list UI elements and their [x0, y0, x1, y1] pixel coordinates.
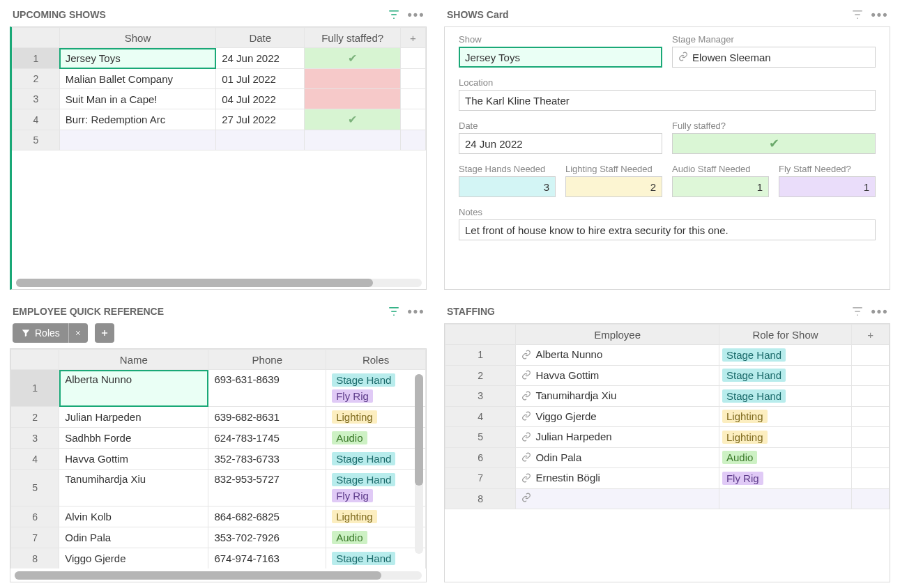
table-row[interactable]: 7 Odin Pala 353-702-7926 Audio	[11, 527, 426, 548]
stage-hands-input[interactable]: 3	[459, 176, 556, 197]
table-row[interactable]: 3 Suit Man in a Cape! 04 Jul 2022	[13, 89, 426, 109]
field-label: Date	[459, 121, 662, 131]
upcoming-grid[interactable]: Show Date Fully staffed? + 1 Jersey Toys…	[10, 26, 427, 290]
role-badge: Lighting	[722, 431, 768, 444]
filter-icon[interactable]	[851, 8, 864, 21]
check-icon: ✔	[348, 52, 357, 64]
role-badge: Audio	[332, 431, 367, 444]
field-label: Stage Manager	[672, 34, 876, 45]
col-name[interactable]: Name	[59, 350, 208, 370]
table-row[interactable]: 1 Jersey Toys 24 Jun 2022 ✔	[13, 48, 426, 69]
role-badge: Lighting	[722, 410, 768, 423]
cell-staffed[interactable]: ✔	[305, 48, 401, 69]
link-icon	[521, 391, 531, 401]
role-badge: Fly Rig	[332, 489, 373, 502]
add-column-button[interactable]: +	[400, 28, 425, 48]
check-icon: ✔	[348, 114, 357, 125]
more-icon[interactable]: •••	[410, 8, 422, 21]
link-icon	[678, 52, 688, 63]
table-row[interactable]: 8 Viggo Gjerde 674-974-7163 Stage Hand	[11, 548, 426, 569]
col-staffed[interactable]: Fully staffed?	[305, 28, 401, 48]
table-row[interactable]: 2 Julian Harpeden 639-682-8631 Lighting	[11, 407, 426, 428]
link-icon	[521, 473, 531, 483]
stage-manager-input[interactable]: Elowen Sleeman	[672, 47, 876, 68]
lighting-staff-input[interactable]: 2	[565, 176, 662, 197]
col-phone[interactable]: Phone	[208, 350, 326, 370]
col-show[interactable]: Show	[59, 28, 215, 48]
field-label: Fully staffed?	[672, 121, 876, 131]
link-icon	[521, 452, 531, 462]
role-badge: Audio	[332, 531, 367, 544]
role-badge: Lighting	[332, 510, 377, 523]
table-row[interactable]: 6 Alvin Kolb 864-682-6825 Lighting	[11, 506, 426, 527]
notes-input[interactable]: Let front of house know to hire extra se…	[459, 219, 876, 240]
filter-icon[interactable]	[388, 305, 400, 318]
table-row[interactable]: 7 Ernestin Bögli Fly Rig	[445, 468, 890, 489]
filter-chip-close[interactable]	[68, 323, 88, 343]
field-label: Fly Staff Needed?	[779, 164, 876, 174]
table-row-empty[interactable]: 8	[445, 488, 890, 509]
col-role[interactable]: Role for Show	[719, 325, 851, 345]
cell-roles[interactable]: Stage Hand Fly Rig	[326, 370, 426, 407]
panel-staffing: STAFFING ••• Employee Role for Show +	[444, 302, 890, 582]
table-row-empty[interactable]: 5	[13, 130, 426, 150]
link-icon	[521, 350, 531, 359]
check-icon: ✔	[769, 136, 779, 151]
col-roles[interactable]: Roles	[326, 350, 426, 370]
horizontal-scrollbar[interactable]	[15, 571, 422, 580]
audio-staff-input[interactable]: 1	[672, 176, 769, 197]
date-input[interactable]: 24 Jun 2022	[459, 133, 662, 154]
table-row[interactable]: 3 Sadhbh Forde 624-783-1745 Audio	[11, 428, 426, 449]
table-row[interactable]: 6 Odin Pala Audio	[445, 447, 890, 468]
table-row[interactable]: 2 Malian Ballet Company 01 Jul 2022	[13, 69, 426, 89]
field-label: Audio Staff Needed	[672, 164, 769, 174]
add-filter-button[interactable]	[95, 323, 114, 343]
fly-staff-input[interactable]: 1	[779, 176, 876, 197]
role-badge: Fly Rig	[332, 389, 373, 403]
table-row[interactable]: 5 Julian Harpeden Lighting	[445, 427, 890, 448]
plus-icon	[100, 328, 109, 338]
field-label: Stage Hands Needed	[459, 164, 556, 174]
panel-title: STAFFING	[447, 306, 495, 317]
cell-name[interactable]: Alberta Nunno	[59, 370, 208, 407]
more-icon[interactable]: •••	[874, 305, 886, 318]
add-column-button[interactable]: +	[852, 325, 890, 345]
employees-grid[interactable]: Name Phone Roles 1 Alberta Nunno 693-631…	[10, 348, 427, 582]
table-row[interactable]: 1 Alberta Nunno Stage Hand	[445, 345, 890, 366]
role-badge: Audio	[722, 451, 757, 464]
vertical-scrollbar[interactable]	[415, 374, 423, 554]
more-icon[interactable]: •••	[874, 8, 886, 21]
cell-date[interactable]: 24 Jun 2022	[216, 48, 305, 69]
cell-show[interactable]: Jersey Toys	[59, 48, 215, 69]
show-input[interactable]: Jersey Toys	[459, 47, 662, 68]
staffing-grid[interactable]: Employee Role for Show + 1 Alberta Nunno…	[444, 323, 890, 582]
filter-chip-roles[interactable]: Roles	[13, 323, 88, 343]
horizontal-scrollbar[interactable]	[16, 279, 422, 287]
col-employee[interactable]: Employee	[516, 325, 719, 345]
col-date[interactable]: Date	[216, 28, 305, 48]
table-row[interactable]: 4 Viggo Gjerde Lighting	[445, 406, 890, 427]
filter-icon[interactable]	[388, 8, 400, 21]
table-row[interactable]: 5 Tanumihardja Xiu 832-953-5727 Stage Ha…	[11, 470, 426, 506]
table-row[interactable]: 4 Havva Gottim 352-783-6733 Stage Hand	[11, 449, 426, 470]
role-badge: Lighting	[332, 410, 377, 424]
table-row[interactable]: 1 Alberta Nunno 693-631-8639 Stage Hand …	[11, 370, 426, 407]
fully-staffed-input[interactable]: ✔	[672, 133, 876, 154]
link-icon	[521, 493, 531, 502]
field-label: Show	[459, 34, 662, 45]
role-badge: Stage Hand	[722, 348, 786, 362]
panel-title: EMPLOYEE QUICK REFERENCE	[13, 306, 164, 317]
table-row[interactable]: 2 Havva Gottim Stage Hand	[445, 365, 890, 386]
link-icon	[521, 432, 531, 442]
location-input[interactable]: The Karl Kline Theater	[459, 90, 876, 111]
panel-title: UPCOMING SHOWS	[13, 9, 106, 20]
more-icon[interactable]: •••	[410, 305, 422, 318]
role-badge: Stage Hand	[722, 369, 786, 382]
role-badge: Stage Hand	[332, 373, 395, 387]
role-badge: Stage Hand	[332, 552, 395, 565]
panel-shows-card: SHOWS Card ••• Show Jersey Toys Stage Ma…	[444, 6, 890, 290]
table-row[interactable]: 4 Burr: Redemption Arc 27 Jul 2022 ✔	[13, 109, 426, 130]
table-row[interactable]: 3 Tanumihardja Xiu Stage Hand	[445, 386, 890, 407]
panel-upcoming-shows: UPCOMING SHOWS ••• Show Date Fully staff…	[10, 6, 427, 290]
filter-icon[interactable]	[851, 305, 864, 318]
